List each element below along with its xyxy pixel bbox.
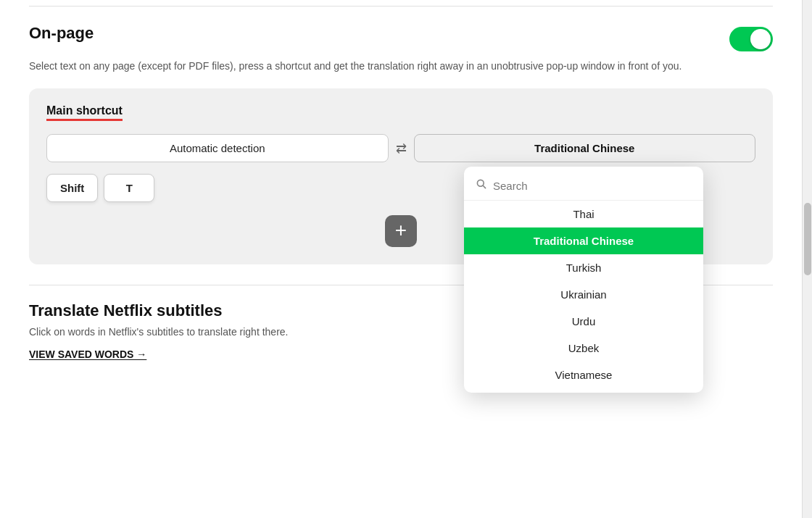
dropdown-item-uzbek[interactable]: Uzbek xyxy=(464,335,703,362)
swap-icon[interactable]: ⇄ xyxy=(396,141,407,156)
plus-icon: + xyxy=(395,220,407,241)
page-wrapper: On-page Select text on any page (except … xyxy=(0,0,812,518)
top-divider xyxy=(29,6,773,7)
dropdown-item-thai[interactable]: Thai xyxy=(464,201,703,227)
scrollbar[interactable] xyxy=(802,0,812,518)
target-lang-button[interactable]: Traditional Chinese xyxy=(414,134,756,162)
onpage-toggle[interactable] xyxy=(729,27,773,51)
search-icon xyxy=(476,178,487,193)
scrollbar-thumb[interactable] xyxy=(804,203,811,275)
dropdown-item-ukrainian[interactable]: Ukrainian xyxy=(464,281,703,308)
dropdown-item-urdu[interactable]: Urdu xyxy=(464,308,703,335)
onpage-header: On-page xyxy=(29,24,773,51)
language-dropdown: Thai Traditional Chinese Turkish Ukraini… xyxy=(464,167,703,393)
onpage-description: Select text on any page (except for PDF … xyxy=(29,59,773,74)
dropdown-item-traditional-chinese[interactable]: Traditional Chinese xyxy=(464,227,703,254)
lang-selector-row: Automatic detection ⇄ Traditional Chines… xyxy=(46,134,755,162)
add-shortcut-button[interactable]: + xyxy=(385,215,417,247)
view-saved-words-link[interactable]: VIEW SAVED WORDS → xyxy=(29,348,146,360)
onpage-title: On-page xyxy=(29,24,94,43)
shortcut-card-label: Main shortcut xyxy=(46,104,123,121)
toggle-knob xyxy=(750,29,771,49)
dropdown-item-turkish[interactable]: Turkish xyxy=(464,254,703,281)
main-content: On-page Select text on any page (except … xyxy=(0,0,812,518)
dropdown-search-row xyxy=(464,174,703,201)
key-shift: Shift xyxy=(46,174,98,202)
key-t: T xyxy=(104,174,154,202)
dropdown-item-vietnamese[interactable]: Vietnamese xyxy=(464,362,703,388)
svg-line-1 xyxy=(483,185,486,188)
source-lang-button[interactable]: Automatic detection xyxy=(46,134,389,162)
dropdown-search-input[interactable] xyxy=(493,180,692,192)
